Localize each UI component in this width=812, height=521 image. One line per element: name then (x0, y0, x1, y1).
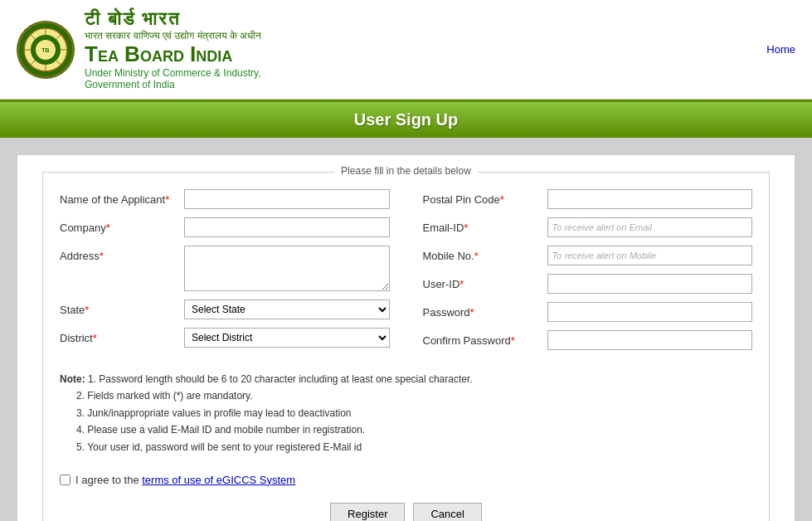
password-row: Password* (423, 302, 753, 322)
notes-indent: 2. Fields marked with (*) are mandatory.… (60, 387, 752, 455)
cancel-button[interactable]: Cancel (413, 503, 481, 521)
district-select[interactable]: Select District (184, 328, 390, 348)
company-row: Company* (60, 217, 390, 237)
email-row: Email-ID* (423, 217, 753, 237)
confirm-password-input[interactable] (547, 330, 753, 350)
button-row: Register Cancel (60, 503, 752, 521)
address-label: Address* (60, 246, 184, 262)
svg-text:TB: TB (41, 47, 49, 53)
form-container: Please fill in the details below Name of… (17, 154, 795, 521)
company-label: Company* (60, 217, 184, 234)
logo-emblem: TB (17, 21, 75, 79)
postal-input[interactable] (547, 189, 753, 209)
page-header: TB टी बोर्ड भारत भारत सरकार वाणिज्य एवं … (0, 0, 812, 100)
notes-section: Note: 1. Password length should be 6 to … (60, 371, 752, 464)
main-content: Please fill in the details below Name of… (0, 138, 812, 521)
right-column: Postal Pin Code* Email-ID* Mobile No.* (423, 189, 753, 358)
note-title: Note: 1. Password length should be 6 to … (60, 371, 752, 387)
mobile-row: Mobile No.* (423, 246, 753, 265)
left-column: Name of the Applicant* Company* Address* (60, 189, 390, 358)
hindi-subtitle: भारत सरकार वाणिज्य एवं उद्योग मंत्रालय क… (85, 30, 261, 41)
postal-row: Postal Pin Code* (423, 189, 753, 209)
terms-link[interactable]: terms of use of eGICCS System (142, 474, 295, 486)
note-3: 3. Junk/inappropriate values in profile … (76, 405, 752, 421)
postal-label: Postal Pin Code* (423, 189, 547, 206)
password-input[interactable] (547, 302, 753, 322)
name-row: Name of the Applicant* (60, 189, 390, 209)
agree-label: I agree to the terms of use of eGICCS Sy… (75, 474, 295, 486)
name-label: Name of the Applicant* (60, 189, 184, 206)
register-button[interactable]: Register (330, 503, 405, 521)
eng-subtitle: Under Ministry of Commerce & Industry, (85, 67, 261, 79)
confirm-password-label: Confirm Password* (423, 330, 547, 347)
userid-row: User-ID* (423, 274, 753, 294)
form-fieldset: Please fill in the details below Name of… (42, 172, 770, 521)
email-label: Email-ID* (423, 217, 547, 234)
mobile-label: Mobile No.* (423, 246, 547, 262)
address-input[interactable] (184, 246, 390, 291)
name-input[interactable] (184, 189, 390, 209)
header-text-block: टी बोर्ड भारत भारत सरकार वाणिज्य एवं उद्… (85, 8, 261, 90)
userid-input[interactable] (547, 274, 753, 294)
form-legend: Please fill in the details below (334, 165, 478, 177)
address-row: Address* (60, 246, 390, 291)
eng-title: Tea Board India (85, 41, 261, 67)
district-row: District* Select District (60, 328, 390, 348)
note-5: 5. Your user id, password will be sent t… (76, 439, 752, 455)
userid-label: User-ID* (423, 274, 547, 290)
note-4: 4. Please use a valid E-Mail ID and mobi… (76, 421, 752, 438)
logo-svg: TB (17, 21, 75, 79)
note-2: 2. Fields marked with (*) are mandatory. (76, 387, 752, 404)
state-select[interactable]: Select State Andhra Pradesh Assam Bihar … (184, 299, 390, 319)
company-input[interactable] (184, 217, 390, 237)
district-label: District* (60, 328, 184, 344)
agree-row: I agree to the terms of use of eGICCS Sy… (60, 474, 752, 486)
confirm-password-row: Confirm Password* (423, 330, 753, 350)
state-row: State* Select State Andhra Pradesh Assam… (60, 299, 390, 319)
header-left: TB टी बोर्ड भारत भारत सरकार वाणिज्य एवं … (17, 8, 261, 90)
banner-title: User Sign Up (8, 110, 804, 129)
password-label: Password* (423, 302, 547, 319)
mobile-input[interactable] (547, 246, 753, 265)
agree-checkbox[interactable] (60, 475, 71, 485)
note-1: 1. Password length should be 6 to 20 cha… (88, 373, 473, 385)
eng-subtitle2: Government of India (85, 79, 261, 90)
home-link[interactable]: Home (766, 43, 795, 56)
header-nav: Home (766, 43, 795, 56)
email-input[interactable] (547, 217, 753, 237)
state-label: State* (60, 299, 184, 316)
form-grid: Name of the Applicant* Company* Address* (60, 189, 752, 358)
page-banner: User Sign Up (0, 102, 812, 138)
hindi-title: टी बोर्ड भारत (85, 8, 261, 30)
